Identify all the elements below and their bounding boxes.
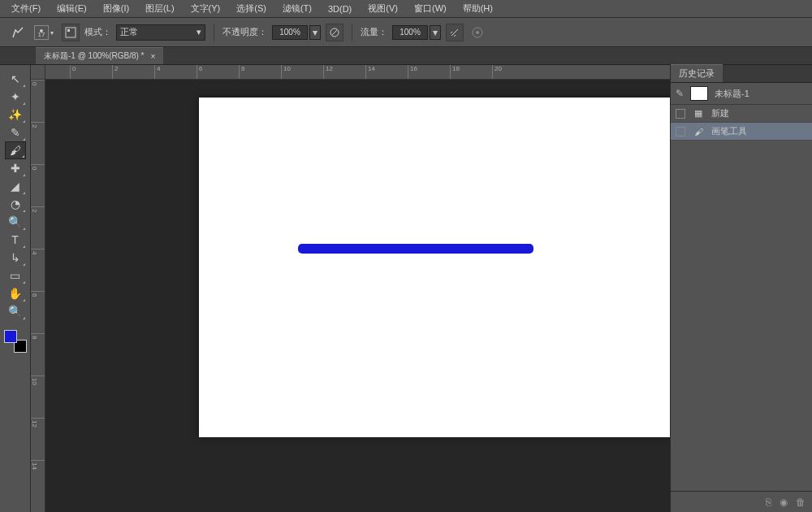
ruler-tick: 8: [31, 333, 45, 375]
path-tool[interactable]: ↳: [5, 249, 26, 267]
ruler-tick: 4: [154, 65, 197, 79]
document-tab-bar: 未标题-1 @ 100%(RGB/8) * ×: [0, 47, 812, 65]
history-step-label: 新建: [711, 107, 729, 119]
ruler-tick: 14: [365, 65, 408, 79]
ruler-tick: 2: [31, 206, 45, 249]
bucket-tool[interactable]: ◢: [5, 177, 26, 195]
pressure-opacity-icon[interactable]: [326, 24, 343, 41]
mode-label: 模式：: [84, 26, 111, 38]
menu-item[interactable]: 3D(D): [320, 2, 360, 16]
opacity-label: 不透明度：: [222, 26, 267, 38]
history-doc-name: 未标题-1: [715, 88, 749, 100]
ruler-tick: 16: [408, 65, 450, 79]
menu-item[interactable]: 选择(S): [228, 0, 274, 17]
ruler-tick: 12: [31, 418, 45, 460]
menu-item[interactable]: 图像(I): [95, 0, 137, 17]
flow-label: 流量：: [361, 26, 387, 38]
main-area: ↖✦✨✎🖌✚◢◔🔍T↳▭✋🔍 02468101214161820 0202468…: [0, 65, 812, 512]
menu-item[interactable]: 图层(L): [137, 0, 182, 17]
history-step-label: 画笔工具: [711, 125, 747, 137]
close-icon[interactable]: ×: [151, 52, 156, 61]
menu-bar: 文件(F)编辑(E)图像(I)图层(L)文字(Y)选择(S)滤镜(T)3D(D)…: [0, 0, 812, 18]
ruler-tick: 0: [31, 80, 45, 122]
horizontal-ruler[interactable]: 02468101214161820: [45, 65, 670, 80]
history-document-row[interactable]: ✎ 未标题-1: [671, 83, 812, 105]
hand-tool[interactable]: ✋: [5, 284, 26, 302]
vertical-ruler[interactable]: 0202468101214: [31, 80, 45, 512]
history-step-icon: ▦: [692, 108, 705, 119]
camera-icon[interactable]: ◉: [780, 497, 788, 508]
svg-rect-0: [66, 28, 76, 37]
options-bar: 17 ▾ 模式： 正常 ▾ 不透明度： 100% ▾ 流量： 100% ▾: [0, 18, 812, 47]
ruler-tick: 12: [323, 65, 365, 79]
shape-tool[interactable]: ▭: [5, 267, 26, 284]
ruler-tick: 10: [31, 375, 45, 418]
zoom2-tool[interactable]: 🔍: [5, 302, 26, 320]
ruler-tick: 18: [450, 65, 492, 79]
ruler-tick: 20: [492, 65, 534, 79]
ruler-tick: 8: [239, 65, 281, 79]
ruler-tick: 0: [70, 65, 112, 79]
type-tool[interactable]: T: [5, 231, 26, 249]
menu-item[interactable]: 文字(Y): [183, 0, 229, 17]
foreground-color[interactable]: [4, 330, 17, 343]
document-tab[interactable]: 未标题-1 @ 100%(RGB/8) * ×: [36, 47, 163, 64]
ruler-tick: 6: [197, 65, 239, 79]
history-item[interactable]: ▦新建: [671, 105, 812, 123]
history-item[interactable]: 🖌画笔工具: [671, 123, 812, 141]
wand-tool[interactable]: ✨: [5, 106, 26, 124]
history-visibility-checkbox[interactable]: [676, 109, 685, 119]
ruler-tick: 4: [31, 249, 45, 291]
history-step-icon: 🖌: [692, 126, 705, 137]
eyedropper-tool[interactable]: ✎: [5, 124, 26, 141]
brush-icon: ✎: [676, 88, 684, 99]
ruler-tick: 6: [31, 291, 45, 333]
opacity-input[interactable]: 100%: [272, 25, 308, 40]
menu-item[interactable]: 帮助(H): [455, 0, 501, 17]
menu-item[interactable]: 窗口(W): [406, 0, 455, 17]
brushes-panel-icon[interactable]: [62, 24, 80, 41]
pressure-size-icon[interactable]: [469, 24, 486, 41]
tools-panel: ↖✦✨✎🖌✚◢◔🔍T↳▭✋🔍: [0, 65, 31, 512]
menu-item[interactable]: 视图(V): [360, 0, 406, 17]
airbrush-icon[interactable]: [446, 24, 464, 41]
brush-tool[interactable]: 🖌: [5, 141, 26, 159]
drawn-stroke: [298, 244, 533, 254]
blur-tool[interactable]: ◔: [5, 195, 26, 213]
svg-rect-1: [67, 29, 70, 32]
panel-tab-bar: 历史记录: [671, 65, 812, 83]
new-snapshot-icon[interactable]: ⎘: [766, 497, 771, 508]
color-swatches[interactable]: [4, 330, 27, 353]
chevron-down-icon[interactable]: ▾: [309, 25, 321, 40]
menu-item[interactable]: 滤镜(T): [274, 0, 320, 17]
blend-mode-select[interactable]: 正常 ▾: [116, 24, 205, 41]
menu-item[interactable]: 编辑(E): [49, 0, 95, 17]
ruler-corner: [31, 65, 45, 80]
move-tool[interactable]: ↖: [5, 70, 26, 88]
chevron-down-icon[interactable]: ▾: [430, 25, 441, 40]
current-tool-icon: [6, 21, 29, 44]
menu-item[interactable]: 文件(F): [3, 0, 49, 17]
ruler-tick: 14: [31, 460, 45, 502]
history-tab[interactable]: 历史记录: [671, 64, 723, 82]
divider: [214, 24, 214, 41]
ruler-tick: 2: [31, 122, 45, 164]
panel-footer: ⎘ ◉ 🗑: [671, 491, 812, 512]
ruler-tick: 2: [112, 65, 154, 79]
svg-point-4: [476, 31, 479, 34]
zoom-tool[interactable]: 🔍: [5, 213, 26, 231]
blend-mode-value: 正常: [120, 26, 138, 38]
eraser-tool[interactable]: ✚: [5, 159, 26, 177]
flow-input[interactable]: 100%: [392, 25, 428, 40]
chevron-down-icon: ▾: [197, 27, 201, 37]
brush-size-label: 17: [38, 31, 45, 38]
ruler-tick: 0: [31, 164, 45, 206]
trash-icon[interactable]: 🗑: [796, 497, 806, 508]
brush-preset-picker[interactable]: 17 ▾: [34, 25, 57, 40]
document-canvas[interactable]: [199, 98, 670, 437]
document-thumbnail: [690, 86, 708, 101]
history-panel: 历史记录 ✎ 未标题-1 ▦新建🖌画笔工具 ⎘ ◉ 🗑: [670, 65, 812, 512]
history-visibility-checkbox[interactable]: [676, 127, 685, 137]
marquee-tool[interactable]: ✦: [5, 88, 26, 106]
document-tab-title: 未标题-1 @ 100%(RGB/8) *: [44, 50, 145, 62]
